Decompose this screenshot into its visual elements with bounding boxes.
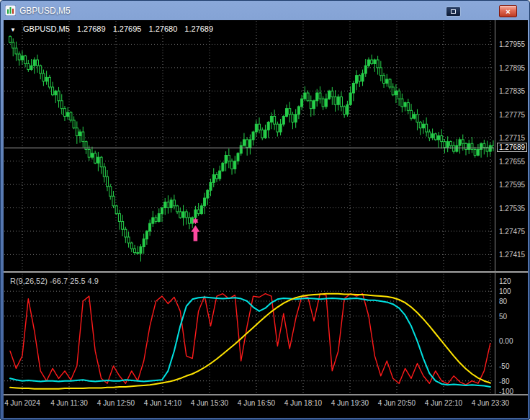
candle <box>407 99 409 114</box>
candle <box>398 89 400 106</box>
candle <box>103 163 105 182</box>
indicator-axis-label: 50 <box>499 313 507 321</box>
candle <box>286 104 288 117</box>
candle <box>130 242 132 253</box>
candle <box>36 55 38 73</box>
candle <box>434 133 436 140</box>
candle <box>401 94 403 112</box>
indicator-grid <box>4 274 494 393</box>
candle <box>431 128 434 140</box>
red-indicator-line <box>10 294 490 385</box>
candle <box>15 42 17 61</box>
candle <box>145 230 148 245</box>
candle <box>231 158 233 174</box>
candle <box>252 130 254 146</box>
open-value: 1.27689 <box>77 24 106 33</box>
candle <box>118 210 120 230</box>
bid-price-label: 1.27689 <box>497 143 527 152</box>
candle <box>115 205 117 215</box>
candle <box>349 86 351 106</box>
restore-icon <box>451 9 456 14</box>
time-label: 4 Jun 15:30 <box>191 399 228 407</box>
candle <box>60 94 63 115</box>
candle <box>297 105 300 119</box>
candle <box>295 109 297 128</box>
candle <box>304 86 306 102</box>
indicator-panel[interactable] <box>4 274 494 393</box>
candle <box>204 193 206 214</box>
candle <box>185 209 187 224</box>
candle <box>40 65 42 80</box>
indicator-axis-label: 100 <box>499 287 511 295</box>
candle <box>371 55 373 65</box>
candle <box>307 91 309 102</box>
candle <box>188 213 190 230</box>
main-price-chart[interactable] <box>4 21 494 270</box>
candle <box>155 215 157 224</box>
time-label: 4 Jun 16:50 <box>238 399 275 407</box>
candle <box>52 82 54 97</box>
candle <box>152 211 154 227</box>
price-axis-label: 1.27415 <box>499 251 525 259</box>
price-axis-label: 1.27955 <box>499 40 525 48</box>
candle <box>255 120 257 137</box>
candle <box>471 137 473 153</box>
titlebar[interactable]: GBPUSD,M5 × <box>1 1 529 20</box>
candle <box>413 112 416 120</box>
candle <box>67 107 69 120</box>
time-axis[interactable]: 4 Jun 20244 Jun 11:304 Jun 12:504 Jun 14… <box>4 396 528 418</box>
candle <box>441 129 443 148</box>
candle <box>45 71 48 84</box>
candle <box>456 139 458 153</box>
candle <box>277 122 279 137</box>
candle <box>334 90 336 112</box>
candle <box>112 191 114 208</box>
candle <box>367 58 369 68</box>
time-label: 4 Jun 12:50 <box>97 399 135 407</box>
candle <box>313 99 315 115</box>
time-label: 4 Jun 20:50 <box>378 399 416 407</box>
candle <box>30 59 32 71</box>
chart-client-area: ▼ GBPUSD,M5 1.27689 1.27695 1.27680 1.27… <box>4 20 528 418</box>
candle <box>301 95 303 110</box>
candle <box>197 203 199 216</box>
price-axis-label: 1.27595 <box>499 181 525 189</box>
candle <box>352 81 354 101</box>
candle <box>240 142 242 156</box>
candle <box>486 141 488 158</box>
candle <box>143 233 145 254</box>
candle <box>225 151 227 171</box>
indicator-axis-label: -50 <box>499 362 509 370</box>
time-label: 4 Jun 2024 <box>4 399 40 407</box>
candle <box>73 116 75 129</box>
close-value: 1.27689 <box>184 24 213 33</box>
symbol-dropdown-icon[interactable]: ▼ <box>10 27 16 33</box>
candle <box>170 197 172 213</box>
candle <box>182 205 184 226</box>
close-icon: × <box>506 7 510 16</box>
panel-divider[interactable] <box>4 271 528 273</box>
candle <box>140 244 142 262</box>
restore-button[interactable] <box>446 6 461 17</box>
candle <box>459 137 461 153</box>
close-button[interactable]: × <box>499 5 517 17</box>
candle <box>282 115 284 127</box>
price-axis-label: 1.27895 <box>499 64 525 72</box>
candle <box>33 58 35 74</box>
candle <box>267 121 269 138</box>
candle <box>158 208 160 223</box>
candle <box>94 151 96 164</box>
candle <box>55 90 57 103</box>
candle <box>364 59 367 77</box>
candle <box>337 94 339 110</box>
indicator-axis-label: 80 <box>499 298 507 305</box>
candle <box>270 112 272 129</box>
time-label: 4 Jun 19:30 <box>331 399 369 407</box>
candle <box>42 70 45 86</box>
candle <box>246 137 248 156</box>
price-axis[interactable]: 1.27689 1.279551.278951.278351.277751.27… <box>495 20 528 418</box>
candle <box>319 86 321 104</box>
candle <box>107 170 109 191</box>
candlesticks <box>9 35 495 262</box>
candle <box>325 94 327 109</box>
